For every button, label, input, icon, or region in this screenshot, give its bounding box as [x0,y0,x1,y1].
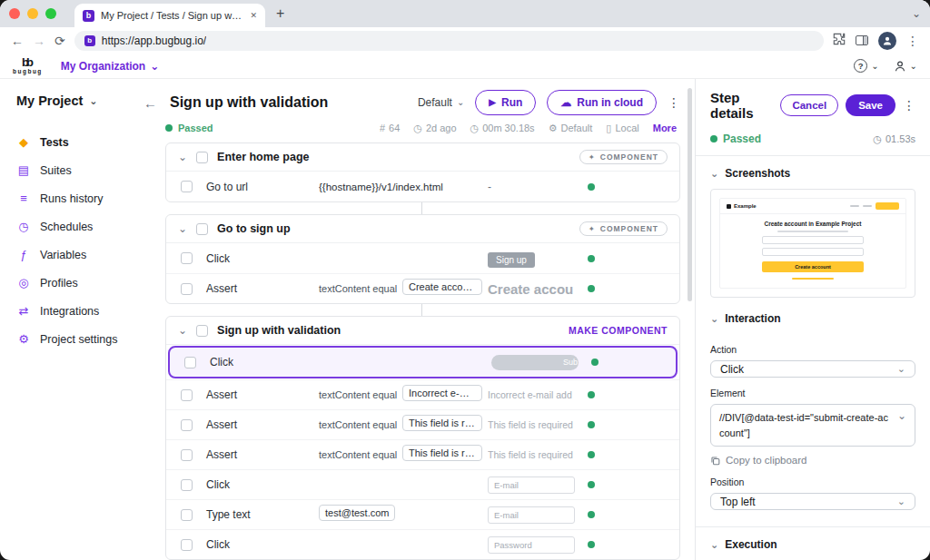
main-scrollbar[interactable] [688,88,692,301]
profile-dropdown[interactable]: Default ⌄ [418,96,464,109]
component-badge: ✦ COMPONENT [579,150,668,164]
step-row[interactable]: Go to url {{hostname}}/v1/index.html - [166,172,679,201]
tab-search-icon[interactable]: ⌄ [912,8,921,19]
copy-icon [710,456,720,466]
test-menu-icon[interactable]: ⋮ [668,96,680,109]
execution-section-header[interactable]: ⌄ Execution [710,538,915,551]
action-select[interactable]: Click ⌄ [710,360,915,378]
tab-title: My Project / Tests / Sign up wil... [101,10,243,21]
back-icon[interactable]: ← [11,34,24,47]
group-header[interactable]: ⌄ Go to sign up ✦ COMPONENT [166,215,679,243]
back-button[interactable]: ← [143,96,157,110]
panel-menu-icon[interactable]: ⋮ [903,99,915,112]
step-row[interactable]: Click Sign up [166,243,679,273]
interaction-section-header[interactable]: ⌄ Interaction [710,312,915,325]
group-header[interactable]: ⌄ Enter home page ✦ COMPONENT [166,143,679,172]
run-in-cloud-button[interactable]: ☁ Run in cloud [547,90,657,115]
extensions-icon[interactable] [833,33,846,49]
sidebar-item-integrations[interactable]: ⇄ Integrations [16,297,134,325]
step-checkbox[interactable] [181,539,193,551]
step-status-dot [591,359,599,366]
copy-to-clipboard-button[interactable]: Copy to clipboard [710,455,915,466]
window-controls [9,8,56,19]
collapse-icon[interactable]: ⌄ [178,223,187,234]
screenshots-section-header[interactable]: ⌄ Screenshots [710,167,915,180]
save-button[interactable]: Save [846,94,895,116]
step-checkbox[interactable] [181,252,193,264]
sidebar-item-profiles[interactable]: ◎ Profiles [16,269,134,297]
step-row[interactable]: Click Password [166,529,679,559]
forward-icon[interactable]: → [33,34,45,47]
step-row[interactable]: Assert textContent equal Incorrect e-mai… [166,379,679,409]
position-select[interactable]: Top left ⌄ [710,493,915,510]
sidebar-item-runs-history[interactable]: ≡ Runs history [16,184,134,212]
maximize-window-button[interactable] [45,8,56,19]
more-link[interactable]: More [653,123,677,133]
bugbug-logo[interactable]: bb bugbug [13,56,43,75]
step-checkbox[interactable] [181,283,193,295]
settings-icon: ⚙ [16,332,31,346]
url-bar[interactable]: b https://app.bugbug.io/ [74,31,824,51]
screenshot-submit-button: Create account [762,261,864,272]
run-profile: ⚙ Default [549,123,593,133]
browser-window: b My Project / Tests / Sign up wil... ✕ … [0,0,930,560]
assert-value-input[interactable]: Create account i... [402,279,482,295]
group-checkbox[interactable] [196,152,208,163]
step-checkbox[interactable] [181,479,193,491]
step-checkbox[interactable] [181,449,193,461]
step-action: Type text [206,508,319,521]
minimize-window-button[interactable] [27,8,38,19]
browser-profile-avatar[interactable] [878,32,896,50]
step-row[interactable]: Assert textContent equal This field is r… [166,439,679,469]
step-row[interactable]: Click E-mail [166,469,679,499]
step-row-selected[interactable]: Click Sub [168,346,678,378]
group-header[interactable]: ⌄ Sign up with validation MAKE COMPONENT [166,317,679,345]
group-checkbox[interactable] [196,223,208,235]
sidebar-item-schedules[interactable]: ◷ Schedules [16,212,134,241]
assert-value-input[interactable]: This field is requ... [402,415,482,431]
type-text-value-input[interactable]: test@test.com [319,505,395,521]
browser-tab[interactable]: b My Project / Tests / Sign up wil... ✕ [74,4,265,27]
collapse-icon[interactable]: ⌄ [178,325,187,336]
sidebar-item-tests[interactable]: ◆ Tests [16,128,134,156]
collapse-icon[interactable]: ⌄ [178,152,187,162]
new-tab-button[interactable]: + [276,6,284,21]
reload-icon[interactable]: ⟳ [54,34,65,47]
element-screenshot: E-mail [488,476,575,494]
assert-value-input[interactable]: Incorrect e-mail ... [402,385,482,401]
sidebar-item-variables[interactable]: ƒ Variables [16,241,134,269]
run-button[interactable]: ▶ Run [475,90,536,115]
step-status-dot [588,183,595,191]
group-checkbox[interactable] [196,325,208,337]
cancel-button[interactable]: Cancel [780,94,838,116]
step-checkbox[interactable] [181,181,193,192]
step-checkbox[interactable] [181,389,193,401]
step-checkbox[interactable] [181,509,193,521]
step-row[interactable]: Type text test@test.com E-mail [166,499,679,529]
screenshot-site-header: Example [720,199,905,214]
sidebar-item-label: Profiles [40,277,78,290]
close-tab-icon[interactable]: ✕ [250,12,257,20]
project-dropdown[interactable]: My Project ⌄ [16,93,134,108]
screenshot-site-logo: Example [727,203,757,209]
sidebar-item-project-settings[interactable]: ⚙ Project settings [16,325,134,353]
help-menu[interactable]: ? ⌄ [854,59,878,73]
step-checkbox[interactable] [184,357,196,368]
sidebar-item-suites[interactable]: ▤ Suites [16,156,134,184]
organization-dropdown[interactable]: My Organization ⌄ [61,60,159,73]
step-checkbox[interactable] [181,419,193,431]
user-menu[interactable]: ⌄ [894,60,917,73]
step-screenshot[interactable]: Example Create account in Example Projec… [710,189,915,298]
status-badge: Passed [710,133,761,145]
step-row[interactable]: Assert textContent equal This field is r… [166,409,679,439]
element-screenshot: Sub [491,355,579,370]
browser-menu-icon[interactable]: ⋮ [906,34,919,47]
make-component-link[interactable]: MAKE COMPONENT [569,325,668,336]
element-selector-select[interactable]: //DIV[@data-test-id="submit-create-accou… [710,404,915,447]
assert-value-input[interactable]: This field is requ... [402,445,482,461]
step-status-dot [588,421,595,428]
step-row[interactable]: Assert textContent equal Create account … [166,273,679,303]
panel-title: Step details [710,90,773,121]
side-panel-icon[interactable] [856,35,868,45]
close-window-button[interactable] [9,8,20,19]
